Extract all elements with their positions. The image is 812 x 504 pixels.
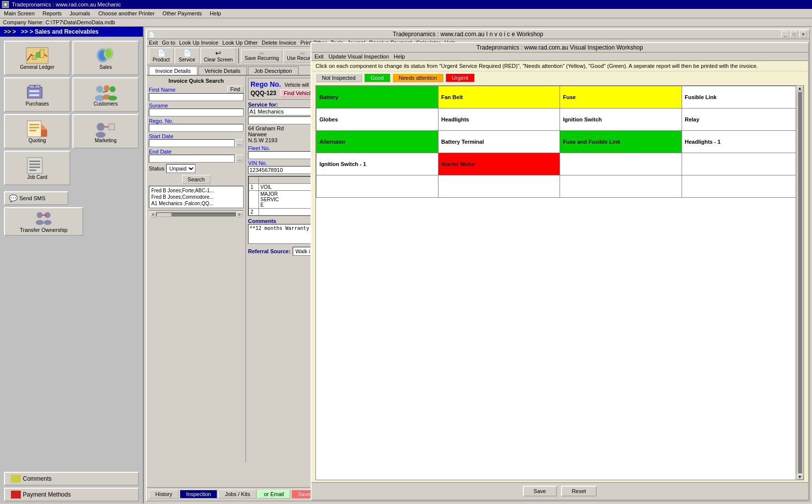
vi-save-button[interactable]: Save <box>523 486 557 497</box>
clear-screen-icon: ↩ <box>215 49 221 57</box>
vi-menu-help[interactable]: Help <box>394 54 405 59</box>
product-button[interactable]: 📄 Product <box>149 48 174 64</box>
first-name-input[interactable] <box>149 93 244 101</box>
rego-no-input[interactable] <box>149 124 244 132</box>
vi-menu-update[interactable]: Update Visual Inspection <box>328 54 389 59</box>
inspection-cell-2-3[interactable]: Headlights - 1 <box>682 131 804 153</box>
service-label: Service <box>179 57 195 62</box>
save-recurring-button[interactable]: rec Save Recurring <box>241 50 282 62</box>
inspection-cell-0-1[interactable]: Fan Belt <box>438 86 560 109</box>
start-date-picker-button[interactable]: ... <box>236 139 244 147</box>
surname-input[interactable] <box>149 109 244 116</box>
inspection-cell-4-3[interactable] <box>682 175 804 198</box>
end-date-picker-button[interactable]: ... <box>236 155 244 163</box>
inspection-cell-4-2[interactable] <box>560 175 682 198</box>
surname-label: Surame <box>149 103 168 109</box>
inspection-cell-3-0[interactable]: Ignition Switch - 1 <box>316 153 438 175</box>
vi-menu-exit[interactable]: Exit <box>314 54 323 59</box>
inv-menu-delete[interactable]: Delete Invoice <box>262 40 297 46</box>
icon-marketing[interactable]: Marketing <box>72 114 139 149</box>
inv-menu-lookup[interactable]: Look Up Invoice <box>179 40 218 46</box>
inspection-cell-2-0[interactable]: Alternator <box>316 131 438 153</box>
history-tab[interactable]: History <box>149 490 179 499</box>
horizontal-scrollbar[interactable]: < > <box>149 210 244 218</box>
inv-menu-goto[interactable]: Go to <box>162 40 175 46</box>
svg-rect-35 <box>29 169 36 171</box>
icon-general-ledger[interactable]: General Ledger <box>4 41 70 75</box>
icon-quoting[interactable]: Quoting <box>4 114 70 149</box>
legend-urgent-button[interactable]: Urgent <box>445 73 475 82</box>
icon-customers[interactable]: Customers <box>72 77 139 112</box>
or-email-tab[interactable]: or Email <box>257 490 290 499</box>
sales-header-label: >> > Sales and Receivables <box>21 28 98 35</box>
transfer-ownership-icon <box>34 210 54 225</box>
vi-scrollbar[interactable]: ▲ ▼ <box>796 86 804 480</box>
vi-reset-button[interactable]: Reset <box>561 486 597 497</box>
search-button[interactable]: Search <box>182 175 210 184</box>
scroll-right-button[interactable]: > <box>236 212 243 218</box>
vi-scroll-up-button[interactable]: ▲ <box>797 86 804 91</box>
vi-instructions-text: Click on each component to change its st… <box>315 63 758 69</box>
close-button[interactable]: ✕ <box>799 31 807 38</box>
minimize-button[interactable]: _ <box>781 31 789 38</box>
menu-choose-printer[interactable]: Choose another Printer <box>96 10 157 17</box>
inspection-cell-3-3[interactable] <box>682 153 804 175</box>
icon-sales[interactable]: Sales <box>72 41 139 75</box>
scroll-left-button[interactable]: < <box>150 212 156 218</box>
inspection-cell-2-1[interactable]: Battery Terminal <box>438 131 560 153</box>
inspection-cell-1-2[interactable]: Ignition Switch <box>560 109 682 131</box>
inspection-cell-2-2[interactable]: Fuse and Fusible Link <box>560 131 682 153</box>
tab-vehicle-details[interactable]: Vehicle Details <box>198 66 247 75</box>
company-bar: Company Name: C:\TP7\Data\DemoData.mdb <box>0 18 812 27</box>
payment-methods-button[interactable]: Payment Methods <box>4 488 139 502</box>
comments-button[interactable]: Comments <box>4 472 139 486</box>
inspection-cell-0-3[interactable]: Fusible Link <box>682 86 804 109</box>
clear-screen-button[interactable]: ↩ Clear Screen <box>200 48 236 64</box>
inspection-tab[interactable]: Inspection <box>180 490 217 499</box>
search-result-2[interactable]: A1 Mechanics ;Falcon;QQ... <box>150 200 242 207</box>
referral-label: Referral Source: <box>248 248 291 254</box>
inv-title-icon: 📄 <box>149 32 155 37</box>
general-ledger-icon <box>25 47 49 64</box>
rego-label: Rego No. <box>250 80 281 88</box>
inspection-cell-1-1[interactable]: Headlights <box>438 109 560 131</box>
end-date-input[interactable] <box>149 155 235 163</box>
inspection-cell-4-0[interactable] <box>316 175 438 198</box>
legend-not-inspected-button[interactable]: Not Inspected <box>315 73 362 82</box>
vi-menu: Exit Update Visual Inspection Help <box>312 53 808 61</box>
find-button[interactable]: Find <box>227 86 244 93</box>
transfer-ownership-button[interactable]: Transfer Ownership <box>4 207 83 236</box>
menu-help[interactable]: Help <box>208 10 223 17</box>
inv-menu-exit[interactable]: Exit <box>149 40 158 46</box>
rego-field: Rego. No. <box>149 118 244 132</box>
vi-scroll-down-button[interactable]: ▼ <box>797 474 804 480</box>
icon-purchases[interactable]: Purchases <box>4 77 70 112</box>
tab-invoice-details[interactable]: Invoice Details <box>149 66 197 75</box>
search-result-0[interactable]: Fred B Jones;Forte;ABC-1... <box>150 187 242 194</box>
send-sms-button[interactable]: 💬 Send SMS <box>4 191 68 205</box>
inspection-cell-0-2[interactable]: Fuse <box>560 86 682 109</box>
menu-main-screen[interactable]: Main Screen <box>2 10 37 17</box>
service-button[interactable]: 📄 Service <box>175 48 199 64</box>
inv-menu-lookup-other[interactable]: Look Up Other <box>222 40 258 46</box>
inspection-cell-0-0[interactable]: Battery <box>316 86 438 109</box>
inspection-cell-3-2[interactable] <box>560 153 682 175</box>
menu-journals[interactable]: Journals <box>67 10 92 17</box>
inspection-cell-1-0[interactable]: Globes <box>316 109 438 131</box>
jobs-kits-tab[interactable]: Jobs / Kits <box>218 490 256 499</box>
inspection-cell-4-1[interactable] <box>438 175 560 198</box>
search-result-1[interactable]: Fred B Jones;Commodore... <box>150 194 242 200</box>
maximize-button[interactable]: □ <box>790 31 798 38</box>
legend-good-button[interactable]: Good <box>364 73 390 82</box>
start-date-input[interactable] <box>149 139 235 147</box>
sales-header: >> > >> > Sales and Receivables <box>0 27 143 37</box>
status-select[interactable]: Unpaid Paid All <box>166 164 195 173</box>
tab-job-description[interactable]: Job Description <box>248 66 299 75</box>
icon-job-card[interactable]: Job Card <box>4 151 70 185</box>
menu-reports[interactable]: Reports <box>41 10 64 17</box>
legend-needs-attention-button[interactable]: Needs attention <box>392 73 443 82</box>
inspection-cell-3-1[interactable]: Starter Motor <box>438 153 560 175</box>
menu-other-payments[interactable]: Other Payments <box>161 10 204 17</box>
inspection-cell-1-3[interactable]: Relay <box>682 109 804 131</box>
product-label: Product <box>153 57 170 62</box>
